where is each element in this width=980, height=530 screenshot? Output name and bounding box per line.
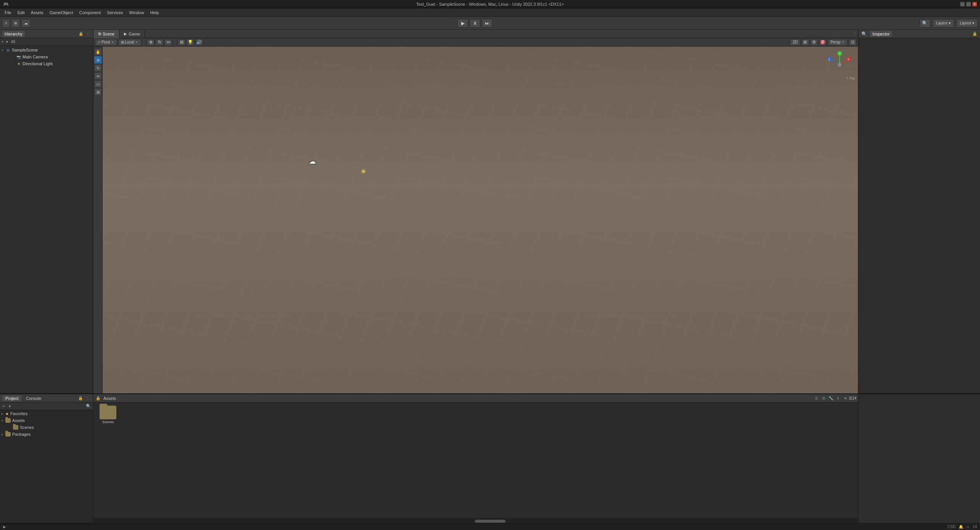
- scene-orientation-gizmo[interactable]: X Y Z < Top: [824, 50, 855, 80]
- game-tab-label: Game: [129, 32, 140, 36]
- toolbar-right: 🔍 Layers ▾ Layout ▾: [920, 19, 978, 27]
- assets-count-label: ☰14: [850, 395, 856, 401]
- menu-services[interactable]: Services: [104, 10, 126, 16]
- title-bar-icon: 🎮: [3, 2, 9, 7]
- center-main: Hierarchy 🔒 ⋮ + ▾ All ▾ ⊙ SampleScene ⋮: [0, 30, 980, 393]
- hierarchy-more-btn[interactable]: ⋮: [85, 31, 91, 37]
- scene-scale-btn[interactable]: ⇔: [164, 39, 172, 46]
- layers-button[interactable]: Layers ▾: [933, 19, 954, 27]
- status-warning: ⚠: [966, 525, 970, 529]
- scene-grid-svg: [103, 47, 858, 393]
- pivot-checkbox-icon: ✓: [98, 40, 101, 44]
- scenes-folder-icon: [13, 425, 18, 430]
- menu-assets[interactable]: Assets: [28, 10, 47, 16]
- tree-packages[interactable]: ▸ Packages: [0, 431, 93, 438]
- assets-icon-2[interactable]: ⊞: [821, 395, 827, 401]
- close-button[interactable]: ✕: [972, 2, 977, 6]
- assets-scrollbar-thumb[interactable]: [475, 520, 505, 523]
- menu-bar: File Edit Assets GameObject Component Se…: [0, 8, 980, 17]
- assets-arrow: ▾: [2, 419, 5, 422]
- scene-rotate-btn[interactable]: ↻: [156, 39, 163, 46]
- tree-scenes[interactable]: Scenes: [0, 424, 93, 431]
- menu-window[interactable]: Window: [126, 10, 147, 16]
- hierarchy-item-maincamera[interactable]: 📷 Main Camera: [0, 53, 93, 60]
- scene-light-btn[interactable]: 💡: [187, 39, 194, 46]
- gizmo-move-btn[interactable]: ⊕: [94, 56, 102, 64]
- gizmo-rect-btn[interactable]: ▭: [94, 80, 102, 88]
- bottom-lock-icon[interactable]: 🔒: [77, 395, 84, 401]
- bottom-left-panel: Project Console 🔒 ⋮ + ▾ 🔍 ▸ ★ Favorites: [0, 394, 93, 523]
- favorites-arrow: ▸: [2, 412, 5, 416]
- hierarchy-item-samplescene[interactable]: ▾ ⊙ SampleScene ⋮: [0, 47, 93, 53]
- gizmo-scale-btn[interactable]: ⇔: [94, 72, 102, 80]
- scene-settings-btn[interactable]: ⚙: [810, 39, 818, 46]
- tree-assets[interactable]: ▾ Assets: [0, 417, 93, 424]
- project-add-btn[interactable]: +: [2, 404, 6, 408]
- hierarchy-lock-btn[interactable]: 🔒: [78, 31, 84, 37]
- scene-move-btn[interactable]: ⊕: [147, 39, 154, 46]
- inspector-lock-btn[interactable]: 🔒: [972, 32, 977, 36]
- tree-favorites[interactable]: ▸ ★ Favorites: [0, 410, 93, 417]
- scene-tab[interactable]: ⊞ Scene: [93, 30, 119, 38]
- gizmo-hand-btn[interactable]: ✋: [94, 48, 102, 56]
- step-button[interactable]: ⏭: [482, 19, 492, 27]
- game-tab[interactable]: ▶ Game: [119, 30, 145, 38]
- assets-icon-1[interactable]: ☰: [813, 395, 819, 401]
- scene-gizmo-btn[interactable]: 🎯: [819, 39, 827, 46]
- menu-edit[interactable]: Edit: [14, 10, 28, 16]
- scene-content: ☁ ✳: [103, 47, 858, 393]
- hierarchy-nav-btn[interactable]: ▾: [6, 40, 8, 44]
- play-button[interactable]: ▶: [457, 19, 468, 27]
- menu-file[interactable]: File: [2, 10, 14, 16]
- scenes-label: Scenes: [20, 425, 34, 430]
- console-tab[interactable]: Console: [23, 395, 44, 401]
- toolbar-collab-btn[interactable]: ⊕: [11, 19, 20, 27]
- asset-item-scenes[interactable]: Scenes: [97, 406, 119, 424]
- pause-button[interactable]: ⏸: [470, 19, 480, 27]
- project-nav-btn[interactable]: ▾: [8, 404, 12, 408]
- minimize-button[interactable]: ─: [960, 2, 965, 6]
- status-count: 14: [973, 525, 977, 529]
- cloud-icon: ☁: [24, 21, 28, 25]
- samplescene-more-btn[interactable]: ⋮: [88, 48, 92, 52]
- status-csd: CSD: [948, 525, 956, 529]
- toolbar-add-btn[interactable]: +: [2, 19, 10, 27]
- maincamera-label: Main Camera: [23, 55, 48, 59]
- search-toolbar-btn[interactable]: 🔍: [920, 19, 930, 27]
- project-search-btn[interactable]: 🔍: [85, 403, 92, 409]
- samplescene-icon: ⊙: [5, 47, 11, 53]
- scene-camera-object[interactable]: ☁: [309, 157, 316, 166]
- hierarchy-tab[interactable]: Hierarchy: [2, 31, 25, 37]
- assets-icon-5[interactable]: ★: [842, 395, 848, 401]
- layout-button[interactable]: Layout ▾: [956, 19, 978, 27]
- scene-view-2d-btn[interactable]: 2D: [790, 39, 800, 46]
- scene-persp-btn[interactable]: Persp ▾: [828, 39, 848, 46]
- menu-component[interactable]: Component: [76, 10, 104, 16]
- hierarchy-panel: Hierarchy 🔒 ⋮ + ▾ All ▾ ⊙ SampleScene ⋮: [0, 30, 93, 393]
- gizmo-transform-btn[interactable]: ⊞: [94, 88, 102, 96]
- maximize-button[interactable]: □: [966, 2, 971, 6]
- scene-grid-btn[interactable]: ⊞: [801, 39, 809, 46]
- menu-help[interactable]: Help: [147, 10, 162, 16]
- scene-audio-btn[interactable]: 🔊: [195, 39, 203, 46]
- menu-gameobject[interactable]: GameObject: [47, 10, 76, 16]
- search-icon: 🔍: [922, 21, 928, 26]
- assets-icon-3[interactable]: 🔧: [828, 395, 834, 401]
- scene-snap-btn[interactable]: ⊞: [178, 39, 185, 46]
- scene-tabs-more-btn[interactable]: ⋮: [852, 31, 858, 37]
- toolbar-cloud-btn[interactable]: ☁: [21, 19, 31, 27]
- hierarchy-item-directionallight[interactable]: ☀ Directional Light: [0, 60, 93, 67]
- scene-maximize-btn[interactable]: ⊡: [849, 39, 856, 46]
- project-tab[interactable]: Project: [2, 395, 21, 401]
- inspector-tab[interactable]: Inspector: [870, 31, 892, 37]
- scene-light-object[interactable]: ✳: [361, 168, 366, 175]
- scene-tab-label: Scene: [103, 32, 114, 36]
- bottom-more-icon[interactable]: ⋮: [85, 395, 91, 401]
- bottom-area: Project Console 🔒 ⋮ + ▾ 🔍 ▸ ★ Favorites: [0, 393, 980, 523]
- local-btn[interactable]: ⊞ Local ▾: [118, 39, 141, 46]
- assets-icon-4[interactable]: ℹ: [835, 395, 841, 401]
- pivot-btn[interactable]: ✓ Pivot ▾: [95, 39, 117, 46]
- assets-scroll-area: [93, 519, 858, 523]
- hierarchy-add-btn[interactable]: +: [2, 40, 4, 44]
- gizmo-rotate-btn[interactable]: ↻: [94, 64, 102, 72]
